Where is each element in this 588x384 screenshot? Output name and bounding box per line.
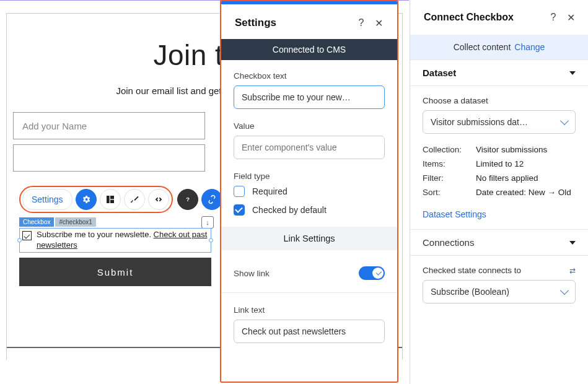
field-type-label: Field type bbox=[234, 172, 385, 181]
layout-icon[interactable] bbox=[100, 189, 121, 210]
settings-panel-title: Settings bbox=[235, 17, 353, 29]
chevron-down-icon bbox=[560, 116, 569, 125]
svg-rect-1 bbox=[110, 196, 114, 199]
download-icon[interactable]: ↓ bbox=[201, 216, 214, 229]
collect-content-text: Collect content bbox=[454, 42, 511, 52]
help-icon[interactable]: ? bbox=[353, 14, 370, 32]
checked-by-default-checkbox[interactable] bbox=[234, 204, 245, 216]
svg-rect-2 bbox=[110, 200, 114, 203]
value-label: Value bbox=[234, 121, 385, 131]
connect-data-icon[interactable] bbox=[201, 189, 222, 210]
gear-icon[interactable] bbox=[76, 189, 97, 210]
help-icon[interactable]: ? bbox=[177, 189, 198, 210]
checked-state-label: Checked state connects to bbox=[423, 266, 521, 275]
swap-icon[interactable]: ⇄ bbox=[569, 266, 576, 275]
meta-sort-value: Date created: New → Old bbox=[476, 188, 571, 197]
change-link[interactable]: Change bbox=[514, 42, 545, 52]
meta-collection-key: Collection: bbox=[423, 145, 476, 154]
choose-dataset-label: Choose a dataset bbox=[423, 96, 576, 105]
dataset-select[interactable]: Visitor submissions dat… bbox=[423, 110, 576, 134]
show-link-toggle[interactable] bbox=[359, 266, 385, 280]
meta-sort-key: Sort: bbox=[423, 188, 476, 197]
toolbar-highlight-group: Settings bbox=[19, 186, 173, 213]
connections-section-header[interactable]: Connections bbox=[410, 229, 588, 256]
resize-handle-right[interactable] bbox=[209, 238, 213, 242]
checked-by-default-label: Checked by default bbox=[252, 205, 327, 215]
link-settings-bar: Link Settings bbox=[221, 227, 397, 250]
element-toolbar: Settings ? bbox=[19, 186, 222, 213]
dataset-settings-link[interactable]: Dataset Settings bbox=[423, 209, 486, 219]
close-icon[interactable]: ✕ bbox=[370, 14, 387, 32]
required-checkbox-label: Required bbox=[252, 186, 287, 196]
required-checkbox[interactable] bbox=[234, 186, 245, 197]
link-text-input[interactable] bbox=[234, 320, 385, 343]
meta-items-key: Items: bbox=[423, 159, 476, 168]
settings-pill-button[interactable]: Settings bbox=[22, 189, 72, 210]
settings-panel: Settings ? ✕ Connected to CMS Checkbox t… bbox=[220, 0, 398, 383]
chevron-down-icon bbox=[569, 71, 576, 75]
connect-panel-title: Connect Checkbox bbox=[424, 12, 545, 23]
second-field-outline bbox=[13, 144, 205, 172]
meta-filter-key: Filter: bbox=[423, 173, 476, 183]
resize-handle-left[interactable] bbox=[17, 238, 22, 242]
meta-filter-value: No filters applied bbox=[476, 173, 538, 183]
submit-button[interactable]: Submit bbox=[19, 258, 211, 286]
element-tag-type: Checkbox bbox=[19, 217, 54, 227]
connected-to-cms-band: Connected to CMS bbox=[221, 39, 397, 60]
checked-state-select[interactable]: Subscribe (Boolean) bbox=[423, 280, 576, 303]
link-text-label: Link text bbox=[234, 305, 385, 315]
value-input[interactable] bbox=[234, 136, 385, 159]
close-icon[interactable]: ✕ bbox=[562, 9, 579, 26]
name-input[interactable] bbox=[13, 112, 205, 139]
svg-text:?: ? bbox=[186, 196, 190, 203]
chevron-down-icon bbox=[569, 241, 576, 245]
chevron-down-icon bbox=[560, 286, 569, 295]
meta-items-value: Limited to 12 bbox=[476, 159, 524, 168]
connect-panel: Connect Checkbox ? ✕ Collect content Cha… bbox=[410, 0, 588, 384]
svg-rect-0 bbox=[107, 196, 110, 203]
meta-collection-value: Visitor submissions bbox=[476, 145, 547, 154]
checkbox-text-input[interactable] bbox=[234, 85, 385, 109]
checkbox-box[interactable] bbox=[22, 231, 32, 240]
selected-checkbox-element[interactable]: Checkbox #checkbox1 ↓ Subscribe me to yo… bbox=[19, 217, 211, 253]
show-link-label: Show link bbox=[234, 269, 270, 278]
code-icon[interactable] bbox=[148, 189, 169, 210]
divider bbox=[221, 292, 397, 293]
checkbox-text-label: Checkbox text bbox=[234, 71, 385, 81]
checkbox-label-text: Subscribe me to your newslette. Check ou… bbox=[37, 230, 208, 251]
collect-content-band: Collect content Change bbox=[410, 35, 588, 59]
brush-icon[interactable] bbox=[124, 189, 145, 210]
dataset-section-header[interactable]: Dataset bbox=[410, 59, 588, 86]
help-icon[interactable]: ? bbox=[545, 9, 562, 26]
element-tag-id: #checkbox1 bbox=[55, 217, 95, 227]
